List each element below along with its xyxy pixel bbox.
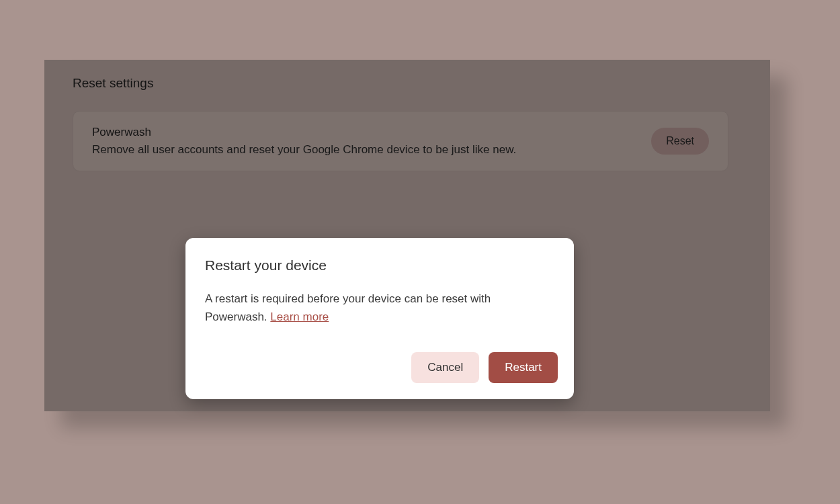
learn-more-link[interactable]: Learn more — [270, 310, 329, 323]
dialog-body: A restart is required before your device… — [205, 290, 554, 326]
cancel-button[interactable]: Cancel — [411, 352, 479, 383]
dialog-actions: Cancel Restart — [411, 352, 558, 383]
restart-button[interactable]: Restart — [489, 352, 558, 383]
dialog-title: Restart your device — [205, 257, 554, 274]
restart-dialog: Restart your device A restart is require… — [185, 238, 574, 399]
dialog-body-text: A restart is required before your device… — [205, 292, 491, 323]
